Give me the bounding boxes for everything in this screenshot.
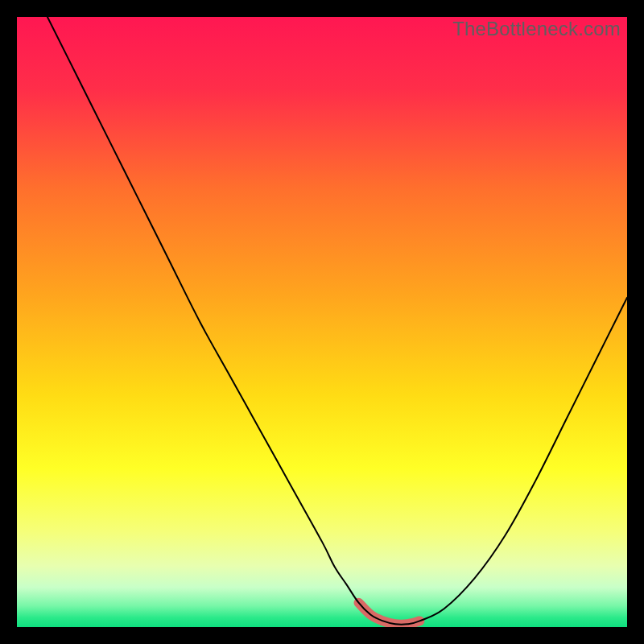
chart-stage: TheBottleneck.com — [0, 0, 644, 644]
curve-layer — [17, 17, 627, 627]
plot-area: TheBottleneck.com — [17, 17, 627, 627]
bottleneck-highlight — [359, 603, 420, 625]
bottleneck-curve — [47, 17, 627, 625]
